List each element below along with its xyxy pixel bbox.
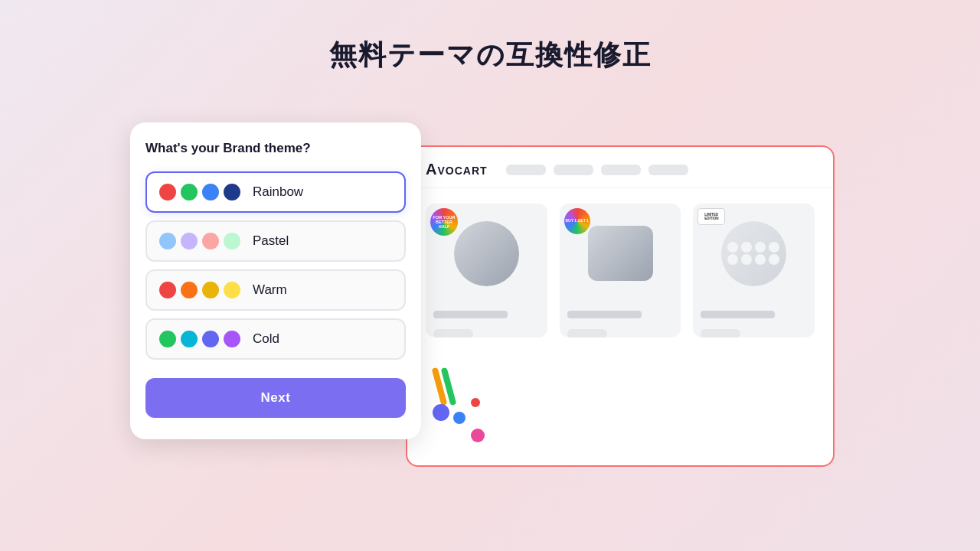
dot-navy [224,184,240,201]
dot-yellow [224,282,240,298]
price-bar-2 [567,329,607,337]
badge-buy1get1: BUY 1 GET 1 [564,208,590,234]
preview-panel: Avocart FOR YOUR BETTER HALF [406,145,835,467]
pastel-dots [159,233,240,249]
price-bar-3 [701,329,740,337]
badge-limited: LIMITED EDITION [697,208,725,225]
theme-option-warm[interactable]: Warm [145,269,406,311]
product-name-bar-2 [567,311,642,318]
dot-orange [181,282,198,298]
badge-rainbow: FOR YOUR BETTER HALF [430,208,458,236]
product-name-bar-3 [701,311,775,318]
theme-option-rainbow[interactable]: Rainbow [145,171,406,213]
product-info-1 [426,303,547,326]
nav-pill-2 [554,165,593,175]
dot-indigo [202,331,219,347]
product-info-3 [693,303,815,326]
dot-coldgreen [159,331,176,347]
price-row-1 [426,326,547,337]
theme-option-cold[interactable]: Cold [145,318,406,360]
dot-mintgreen [224,233,240,249]
dot-warmred [159,282,176,298]
product-card-2: BUY 1 GET 1 [560,204,681,337]
product-card-1: FOR YOUR BETTER HALF [426,204,547,337]
dot-amber [202,282,219,298]
cold-label: Cold [253,331,279,347]
theme-panel: What's your Brand theme? Rainbow Pastel [130,122,421,439]
dot-lightblue [159,233,176,249]
dot-cyan [181,331,198,347]
preview-logo: Avocart [426,161,488,178]
dot-pink [202,233,219,249]
product-info-2 [560,303,681,326]
dot-red [159,184,176,201]
preview-products: FOR YOUR BETTER HALF BUY 1 GET 1 [407,188,833,353]
warm-dots [159,282,240,298]
pastel-label: Pastel [253,233,289,249]
dot-green [181,184,198,201]
product-card-3: LIMITED EDITION [693,204,815,337]
main-content: What's your Brand theme? Rainbow Pastel [130,122,865,467]
preview-header: Avocart [407,147,833,188]
nav-pill-3 [601,165,641,175]
price-bar-1 [433,329,473,337]
dot-lavender [181,233,198,249]
cold-dots [159,331,240,347]
dot-blue [202,184,219,201]
product-name-bar-1 [433,311,508,318]
next-button[interactable]: Next [145,378,406,418]
rainbow-label: Rainbow [253,184,303,200]
price-row-3 [693,326,815,337]
price-row-2 [560,326,681,337]
preview-nav [506,165,688,175]
nav-pill-4 [648,165,688,175]
page-title: 無料テーマの互換性修正 [0,0,980,74]
dot-purple [224,331,240,347]
nav-pill-1 [506,165,546,175]
theme-option-pastel[interactable]: Pastel [145,220,406,262]
warm-label: Warm [253,282,287,298]
rainbow-dots [159,184,240,201]
panel-question: What's your Brand theme? [145,141,406,156]
